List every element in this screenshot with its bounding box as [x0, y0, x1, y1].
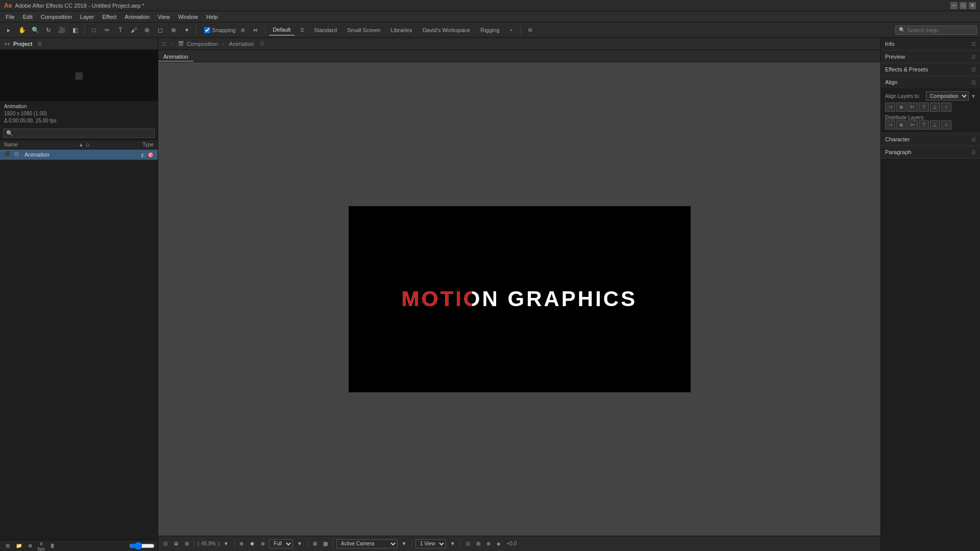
comp-ctrl-record[interactable]: ⏺	[248, 540, 257, 547]
snapping-btn2[interactable]: ⋈	[250, 24, 261, 36]
align-center-h-btn[interactable]: ⊕	[896, 103, 906, 112]
menu-view[interactable]: View	[154, 13, 174, 21]
tool-rotate[interactable]: ↻	[43, 24, 54, 36]
comp-ctrl-region[interactable]: ⊠	[311, 540, 319, 547]
align-left-btn[interactable]: ⊣	[885, 103, 895, 112]
character-title: Character	[885, 136, 910, 142]
info-section: Info ☰	[881, 38, 980, 51]
align-bottom-btn[interactable]: ⊦	[941, 103, 951, 112]
effects-presets-title: Effects & Presets	[885, 66, 928, 72]
tool-zoom[interactable]: 🔍	[30, 24, 41, 36]
info-section-header[interactable]: Info ☰	[881, 38, 980, 50]
tool-pen[interactable]: ✏	[102, 24, 113, 36]
align-top-btn[interactable]: ⊤	[919, 103, 929, 112]
align-right-btn[interactable]: ⊢	[908, 103, 918, 112]
workspace-small-screen[interactable]: Small Screen	[343, 24, 384, 36]
tool-camera[interactable]: 🎥	[56, 24, 67, 36]
menu-composition[interactable]: Composition	[37, 13, 76, 21]
comp-views-select[interactable]: 1 View	[415, 539, 446, 548]
menu-animation[interactable]: Animation	[121, 13, 153, 21]
workspace-more[interactable]: »	[506, 24, 517, 36]
comp-text-container: MOTION GRAPHICS MOTION GRAPHICS	[402, 287, 637, 311]
menu-file[interactable]: File	[2, 13, 18, 21]
comp-tabs: Animation	[158, 50, 880, 62]
comp-quality-dropdown[interactable]: ▼	[295, 540, 304, 547]
tool-roto[interactable]: ⊗	[168, 24, 179, 36]
tool-brush[interactable]: 🖌	[128, 24, 139, 36]
tool-hand[interactable]: ✋	[16, 24, 28, 36]
paragraph-section-header[interactable]: Paragraph ☰	[881, 146, 980, 158]
snapping-checkbox[interactable]	[204, 27, 210, 33]
project-delete[interactable]: 🗑	[48, 541, 57, 550]
comp-ctrl-layout[interactable]: ⊞	[474, 540, 482, 547]
title-bar-controls[interactable]: ─ □ ✕	[950, 2, 976, 9]
comp-ctrl-reset[interactable]: ⊗	[484, 540, 493, 547]
tool-rect-mask[interactable]: □	[88, 24, 100, 36]
snapping-btn1[interactable]: ⊞	[237, 24, 249, 36]
comp-ctrl-preview2[interactable]: ◈	[495, 540, 503, 547]
align-title: Align	[885, 79, 897, 85]
workspace-davids[interactable]: David's Workspace	[419, 24, 475, 36]
minimize-button[interactable]: ─	[950, 2, 958, 9]
align-section-header[interactable]: Align ☰	[881, 76, 980, 88]
dist-top-btn[interactable]: ⊤	[919, 120, 929, 130]
comp-ctrl-snap[interactable]: ⊡	[161, 540, 169, 547]
menu-help[interactable]: Help	[203, 13, 222, 21]
workspace-menu-icon[interactable]: ☰	[297, 24, 308, 36]
comp-ctrl-monitor[interactable]: 🖥	[172, 540, 181, 547]
comp-ctrl-safe[interactable]: ⊕	[237, 540, 246, 547]
workspace-rigging[interactable]: Rigging	[476, 24, 503, 36]
preview-section-header[interactable]: Preview ☰	[881, 51, 980, 63]
comp-zoom-dropdown[interactable]: ▼	[222, 540, 231, 547]
align-to-chevron[interactable]: ▼	[971, 93, 976, 99]
tool-text[interactable]: T	[115, 24, 126, 36]
menu-edit[interactable]: Edit	[19, 13, 36, 21]
dist-center-h-btn[interactable]: ⊕	[896, 120, 906, 130]
project-search-input[interactable]	[3, 129, 155, 138]
workspace-libraries[interactable]: Libraries	[386, 24, 416, 36]
project-info: Animation 980 x 551 (1.00) Δ 0:00:05:0…	[0, 101, 158, 127]
tool-puppet[interactable]: ✦	[181, 24, 192, 36]
comp-camera-dropdown[interactable]: ▼	[400, 540, 409, 547]
comp-zoom-close: )	[218, 541, 219, 546]
project-settings[interactable]: 8 bpc	[37, 541, 46, 550]
comp-ctrl-grid[interactable]: ⊞	[183, 540, 191, 547]
paragraph-title: Paragraph	[885, 149, 911, 155]
align-center-v-btn[interactable]: ⊥	[930, 103, 940, 112]
tool-behind[interactable]: ◧	[69, 24, 81, 36]
workspace-default[interactable]: Default	[269, 24, 295, 36]
menu-effect[interactable]: Effect	[99, 13, 120, 21]
menu-layer[interactable]: Layer	[77, 13, 98, 21]
ctrl-sep-1	[194, 540, 194, 548]
dist-center-v-btn[interactable]: ⊥	[930, 120, 940, 130]
dist-right-btn[interactable]: ⊢	[908, 120, 918, 130]
snapping-area: Snapping ⊞ ⋈	[204, 24, 261, 36]
menu-window[interactable]: Window	[175, 13, 202, 21]
close-button[interactable]: ✕	[969, 2, 976, 9]
comp-camera-select[interactable]: Active Camera	[336, 539, 398, 548]
comp-ctrl-preview-opts[interactable]: ⊗	[259, 540, 267, 547]
project-interpret-btn[interactable]: ⊞	[3, 541, 12, 550]
align-to-select[interactable]: Composition	[926, 91, 969, 101]
effects-presets-header[interactable]: Effects & Presets ☰	[881, 63, 980, 76]
search-input[interactable]	[907, 27, 968, 33]
tool-select[interactable]: ▸	[3, 24, 14, 36]
dist-left-btn[interactable]: ⊣	[885, 120, 895, 130]
tool-eraser[interactable]: ◻	[155, 24, 166, 36]
toolbar-icon-screen[interactable]: ⧉	[525, 24, 536, 36]
workspace-standard[interactable]: Standard	[310, 24, 341, 36]
project-slider[interactable]	[129, 542, 155, 550]
comp-views-dropdown[interactable]: ▼	[448, 540, 457, 547]
comp-tab-animation[interactable]: Animation	[158, 53, 193, 62]
maximize-button[interactable]: □	[960, 2, 967, 9]
project-item-animation[interactable]: ⬛ ⊡ Animation ◧ 🎯	[0, 149, 158, 160]
character-section-header[interactable]: Character ☰	[881, 133, 980, 145]
tool-stamp[interactable]: ⊕	[141, 24, 153, 36]
dist-bottom-btn[interactable]: ⊦	[941, 120, 951, 130]
project-new-folder[interactable]: 📁	[14, 541, 23, 550]
project-new-comp[interactable]: ⊕	[26, 541, 35, 550]
ctrl-sep-2	[234, 540, 234, 548]
comp-ctrl-transparency[interactable]: ▩	[321, 540, 330, 547]
comp-ctrl-3d[interactable]: ⊡	[464, 540, 472, 547]
comp-quality-select[interactable]: Full	[269, 539, 293, 548]
